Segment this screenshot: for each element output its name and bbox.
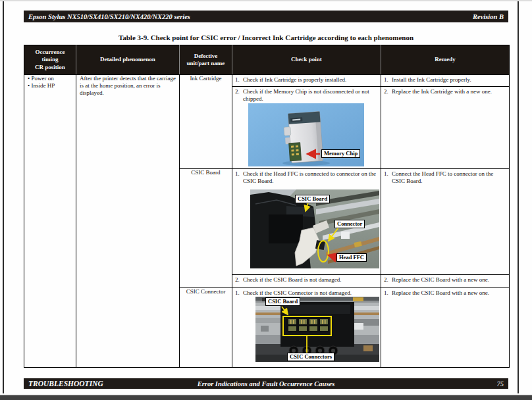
head-ffc-callout: Head FFC <box>336 253 367 262</box>
connector-callout: Connector <box>334 220 365 228</box>
unit-csic-board: CSIC Board <box>180 169 232 288</box>
col-header-checkpoint: Check point <box>232 45 381 75</box>
ink-cartridge-photo: Memory Chip <box>248 103 364 166</box>
col-header-remedy: Remedy <box>381 45 510 75</box>
footer-page-number: 75 <box>497 380 504 388</box>
remedy-cell: 2.Replace the Ink Cartridge with a new o… <box>381 87 510 169</box>
remedy-cell: 1.Connect the Head FFC to connector on t… <box>381 169 510 275</box>
table-row: • Power on • Inside HP After the printer… <box>24 75 510 87</box>
remedy-cell: 2.Replace the CSIC Board with a new one. <box>381 275 510 288</box>
header-series-title: Epson Stylus NX510/SX410/SX210/NX420/NX2… <box>28 13 190 20</box>
csic-connector-photo: CSIC Board CSIC Connectors <box>255 297 379 362</box>
checkpoint-cell: 1.Check if Ink Cartridge is properly ins… <box>232 75 381 87</box>
unit-csic-connector: CSIC Connector <box>180 288 232 368</box>
checkpoint-cell: 1.Check if the CSIC Connector is not dam… <box>232 288 381 368</box>
occurrence-cell: • Power on • Inside HP <box>24 75 76 368</box>
screenshot-bottom-strip <box>0 395 532 400</box>
col-header-unit: Defective unit/part name <box>180 45 232 75</box>
table-title: Table 3-9. Check point for CSIC error / … <box>24 34 508 41</box>
manual-page: Epson Stylus NX510/SX410/SX210/NX420/NX2… <box>0 0 532 400</box>
occurrence-item-inside-hp: • Inside HP <box>28 82 76 89</box>
table-header-row: Occurrence timing CR position Detailed p… <box>24 45 510 75</box>
page-footer-bar: TROUBLESHOOTING Error Indications and Fa… <box>24 378 508 389</box>
csic-board-callout: CSIC Board <box>295 195 330 203</box>
footer-section: Error Indications and Fault Occurrence C… <box>198 380 335 388</box>
page-top-edge <box>0 0 532 1</box>
checkpoint-cell: 2.Check if the CSIC Board is not damaged… <box>232 275 381 288</box>
csic-connectors-callout: CSIC Connectors <box>287 353 334 361</box>
checkpoint-cell: 1.Check if the Head FFC is connected to … <box>232 169 381 275</box>
footer-chapter: TROUBLESHOOTING <box>28 380 103 388</box>
csic-error-table: Occurrence timing CR position Detailed p… <box>24 45 510 368</box>
page-right-rule <box>518 1 519 393</box>
memory-chip-callout: Memory Chip <box>321 149 360 158</box>
csic-board-callout: CSIC Board <box>265 297 300 306</box>
col-header-occurrence: Occurrence timing CR position <box>24 45 76 75</box>
phenomenon-cell: After the printer detects that the carri… <box>76 75 180 368</box>
col-header-phenomenon: Detailed phenomenon <box>76 45 180 75</box>
occurrence-item-power-on: • Power on <box>28 75 76 82</box>
unit-ink-cartridge: Ink Cartridge <box>180 75 232 169</box>
header-revision: Revision B <box>473 13 504 20</box>
checkpoint-cell: 2.Check if the Memory Chip is not discon… <box>232 87 381 169</box>
page-header-bar: Epson Stylus NX510/SX410/SX210/NX420/NX2… <box>24 11 508 22</box>
remedy-cell: 1.Replace the CSIC Board with a new one. <box>381 288 510 368</box>
csic-board-photo: CSIC Board Connector Head FFC <box>250 189 379 268</box>
remedy-cell: 1.Install the Ink Cartridge properly. <box>381 75 510 87</box>
page-left-rule <box>3 1 4 393</box>
